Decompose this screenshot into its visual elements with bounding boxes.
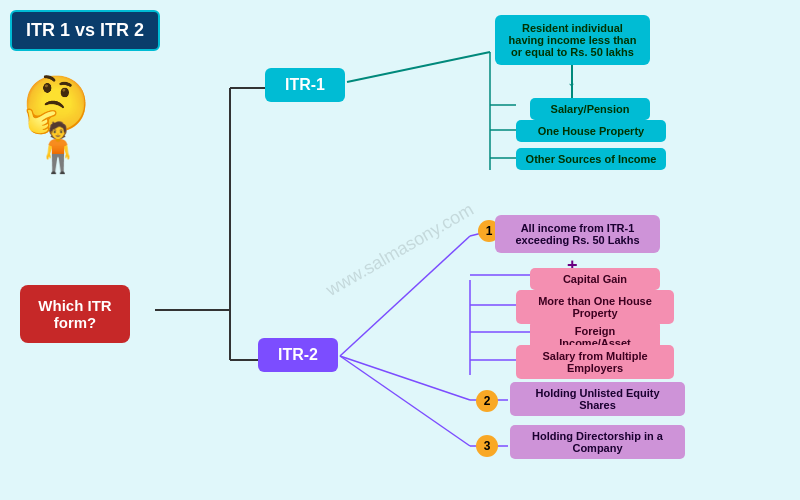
- itr1-resident-text: Resident individual having income less t…: [509, 22, 637, 58]
- itr1-other-text: Other Sources of Income: [526, 153, 657, 165]
- title-box: ITR 1 vs ITR 2: [10, 10, 160, 51]
- itr2-all-income-text: All income from ITR-1 exceeding Rs. 50 L…: [515, 222, 639, 246]
- itr1-label: ITR-1: [285, 76, 325, 93]
- svg-line-10: [340, 236, 470, 356]
- itr1-box: ITR-1: [265, 68, 345, 102]
- itr1-house-box: One House Property: [516, 120, 666, 142]
- itr1-house-text: One House Property: [538, 125, 644, 137]
- itr1-salary-box: Salary/Pension: [530, 98, 650, 120]
- itr1-other-box: Other Sources of Income: [516, 148, 666, 170]
- itr2-morehouse-box: More than One House Property: [516, 290, 674, 324]
- itr2-unlisted-text: Holding Unlisted Equity Shares: [535, 387, 659, 411]
- svg-line-19: [340, 356, 470, 446]
- title-text: ITR 1 vs ITR 2: [26, 20, 144, 40]
- which-itr-box: Which ITR form?: [20, 285, 130, 343]
- itr2-salary-multi-text: Salary from Multiple Employers: [542, 350, 647, 374]
- badge-2: 2: [476, 390, 498, 412]
- itr2-directorship-box: Holding Directorship in a Company: [510, 425, 685, 459]
- badge-3: 3: [476, 435, 498, 457]
- itr2-capital-text: Capital Gain: [563, 273, 627, 285]
- character-body: 🧍: [28, 120, 88, 176]
- itr2-directorship-text: Holding Directorship in a Company: [532, 430, 663, 454]
- itr2-box: ITR-2: [258, 338, 338, 372]
- itr2-all-income-box: All income from ITR-1 exceeding Rs. 50 L…: [495, 215, 660, 253]
- itr2-morehouse-text: More than One House Property: [538, 295, 652, 319]
- watermark: www.salmasony.com: [323, 199, 478, 301]
- itr2-unlisted-box: Holding Unlisted Equity Shares: [510, 382, 685, 416]
- itr1-salary-text: Salary/Pension: [551, 103, 630, 115]
- svg-line-17: [340, 356, 470, 400]
- itr1-resident-box: Resident individual having income less t…: [495, 15, 650, 65]
- which-itr-label: Which ITR form?: [38, 297, 111, 331]
- down-arrow: ↓: [567, 70, 576, 91]
- itr2-label: ITR-2: [278, 346, 318, 363]
- itr2-capital-box: Capital Gain: [530, 268, 660, 290]
- svg-line-4: [347, 52, 490, 82]
- itr2-salary-multi-box: Salary from Multiple Employers: [516, 345, 674, 379]
